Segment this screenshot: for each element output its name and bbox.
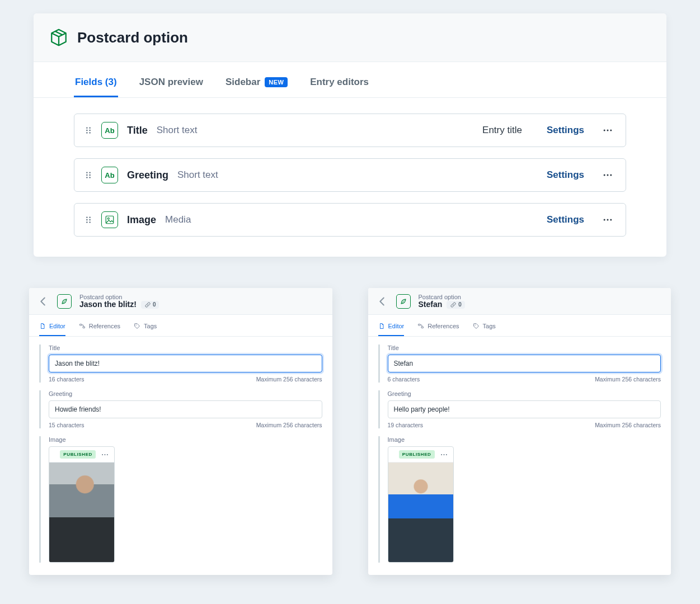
field-type: Short text xyxy=(157,125,198,136)
max-chars-label: Maximum 256 characters xyxy=(595,422,661,428)
image-field-block: Image PUBLISHED ⋯ xyxy=(39,436,322,563)
doc-icon xyxy=(39,323,46,329)
tab-references[interactable]: References xyxy=(79,320,120,336)
entry-tabs: Editor References Tags xyxy=(368,315,671,337)
tag-icon xyxy=(473,323,480,329)
entry-editor-card: Postcard option Stefan 0 Editor xyxy=(368,288,671,575)
title-field-block: Title 6 characters Maximum 256 character… xyxy=(378,345,661,383)
char-count: 16 characters xyxy=(49,376,84,383)
field-settings-button[interactable]: Settings xyxy=(547,214,584,225)
field-more-button[interactable] xyxy=(600,167,616,183)
fields-list: Ab Title Short text Entry title Settings… xyxy=(34,114,666,257)
field-settings-button[interactable]: Settings xyxy=(547,169,584,181)
entry-icon xyxy=(396,294,411,309)
char-count: 6 characters xyxy=(388,376,420,383)
status-badge: PUBLISHED xyxy=(399,450,435,459)
entry-title-badge: Entry title xyxy=(482,125,522,136)
max-chars-label: Maximum 256 characters xyxy=(256,422,322,428)
greeting-label: Greeting xyxy=(49,390,322,397)
tab-editor[interactable]: Editor xyxy=(378,320,405,336)
title-input[interactable] xyxy=(388,355,661,372)
new-badge: NEW xyxy=(265,77,288,87)
greeting-input[interactable] xyxy=(49,400,322,418)
status-badge: PUBLISHED xyxy=(60,450,96,459)
tag-icon xyxy=(134,323,140,329)
asset-more-button[interactable]: ⋯ xyxy=(439,451,449,458)
title-field-block: Title 16 characters Maximum 256 characte… xyxy=(39,345,322,383)
field-name: Title xyxy=(127,125,148,136)
drag-handle-icon[interactable] xyxy=(84,216,92,224)
image-label: Image xyxy=(388,436,661,443)
tab-references[interactable]: References xyxy=(417,320,459,336)
back-button[interactable] xyxy=(37,295,49,308)
entry-tabs: Editor References Tags xyxy=(29,315,332,337)
content-type-header: Postcard option xyxy=(34,13,666,62)
char-count: 19 characters xyxy=(388,422,424,428)
field-row-title: Ab Title Short text Entry title Settings xyxy=(74,114,626,147)
char-count: 15 characters xyxy=(49,422,84,428)
tab-fields[interactable]: Fields (3) xyxy=(74,72,118,97)
tab-tags[interactable]: Tags xyxy=(473,320,496,336)
title-label: Title xyxy=(388,345,661,351)
field-name: Greeting xyxy=(127,169,168,181)
asset-thumbnail xyxy=(49,463,114,562)
entry-editor-card: Postcard option Jason the blitz! 0 Edito… xyxy=(29,288,332,575)
references-icon xyxy=(79,323,86,329)
editor-cards: Postcard option Jason the blitz! 0 Edito… xyxy=(18,288,682,575)
image-field-block: Image PUBLISHED ⋯ xyxy=(378,436,661,563)
entry-title: Jason the blitz! xyxy=(79,300,137,309)
image-label: Image xyxy=(49,436,322,443)
linked-asset-card[interactable]: PUBLISHED ⋯ xyxy=(388,446,454,563)
field-more-button[interactable] xyxy=(600,122,616,138)
entry-header: Postcard option Jason the blitz! 0 xyxy=(29,288,332,315)
asset-thumbnail xyxy=(388,463,453,562)
doc-icon xyxy=(378,323,385,329)
references-count-pill[interactable]: 0 xyxy=(447,301,465,309)
tab-entry-editors[interactable]: Entry editors xyxy=(309,72,370,97)
tab-tags[interactable]: Tags xyxy=(134,320,157,336)
content-type-tabs: Fields (3) JSON preview Sidebar NEW Entr… xyxy=(34,62,666,98)
field-settings-button[interactable]: Settings xyxy=(547,125,584,136)
entry-title: Stefan xyxy=(419,300,443,309)
link-icon xyxy=(450,301,457,308)
title-label: Title xyxy=(49,345,322,351)
field-more-button[interactable] xyxy=(600,212,616,228)
tab-sidebar[interactable]: Sidebar NEW xyxy=(224,72,289,97)
references-icon xyxy=(417,323,424,329)
media-field-icon xyxy=(101,211,118,228)
tab-editor[interactable]: Editor xyxy=(39,320,65,336)
tab-json-preview[interactable]: JSON preview xyxy=(138,72,204,97)
link-icon xyxy=(144,301,151,308)
title-input[interactable] xyxy=(49,355,322,372)
back-button[interactable] xyxy=(376,295,388,308)
greeting-label: Greeting xyxy=(388,390,661,397)
greeting-input[interactable] xyxy=(388,400,661,418)
entry-icon xyxy=(57,294,72,309)
max-chars-label: Maximum 256 characters xyxy=(595,376,661,383)
content-type-title: Postcard option xyxy=(77,29,188,46)
content-type-panel: Postcard option Fields (3) JSON preview … xyxy=(34,13,666,257)
max-chars-label: Maximum 256 characters xyxy=(256,376,322,383)
content-type-icon xyxy=(49,28,68,47)
greeting-field-block: Greeting 15 characters Maximum 256 chara… xyxy=(39,390,322,428)
drag-handle-icon[interactable] xyxy=(84,171,92,179)
linked-asset-card[interactable]: PUBLISHED ⋯ xyxy=(49,446,115,563)
greeting-field-block: Greeting 19 characters Maximum 256 chara… xyxy=(378,390,661,428)
field-row-greeting: Ab Greeting Short text Settings xyxy=(74,158,626,192)
references-count-pill[interactable]: 0 xyxy=(141,301,159,309)
field-type: Media xyxy=(165,214,191,225)
drag-handle-icon[interactable] xyxy=(84,126,92,134)
field-row-image: Image Media Settings xyxy=(74,203,626,237)
text-field-icon: Ab xyxy=(101,167,118,183)
entry-header: Postcard option Stefan 0 xyxy=(368,288,671,315)
text-field-icon: Ab xyxy=(101,122,118,139)
field-type: Short text xyxy=(177,169,218,181)
asset-more-button[interactable]: ⋯ xyxy=(100,451,110,458)
field-name: Image xyxy=(127,214,156,226)
